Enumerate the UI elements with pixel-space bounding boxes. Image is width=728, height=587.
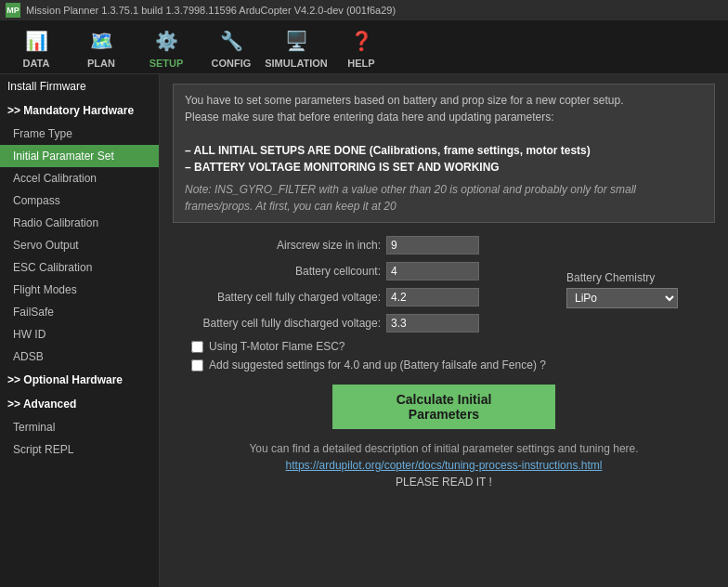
app-icon: MP (6, 3, 20, 18)
simulation-icon: 🖥️ (281, 26, 311, 56)
toolbar-btn-help[interactable]: ❓HELP (329, 22, 394, 72)
battery-full-input[interactable] (386, 288, 479, 307)
sidebar-item-mandatory-hardware[interactable]: >> Mandatory Hardware (0, 98, 159, 123)
setup-icon: ⚙️ (151, 26, 181, 56)
battery-full-row: Battery cell fully charged voltage: (173, 288, 548, 307)
sidebar-item-terminal[interactable]: Terminal (0, 416, 159, 438)
footer-link-container: https://ardupilot.org/copter/docs/tuning… (173, 459, 715, 472)
sidebar-item-radio-calibration[interactable]: Radio Calibration (0, 212, 159, 234)
info-optional: Note: INS_GYRO_FILTER with a value other… (185, 181, 703, 215)
sidebar-item-esc-calibration[interactable]: ESC Calibration (0, 256, 159, 279)
airscrew-input[interactable] (386, 236, 479, 254)
footer-text: You can find a detailed description of i… (173, 442, 715, 455)
battery-discharged-row: Battery cell fully discharged voltage: (173, 314, 548, 333)
sidebar-item-compass[interactable]: Compass (0, 189, 159, 212)
checkbox1-label: Using T-Motor Flame ESC? (209, 340, 345, 353)
checkbox1-row: Using T-Motor Flame ESC? (191, 340, 715, 353)
sidebar-item-flight-modes[interactable]: Flight Modes (0, 279, 159, 301)
airscrew-label: Airscrew size in inch: (182, 239, 386, 252)
sidebar-item-accel-calibration[interactable]: Accel Calibration (0, 167, 159, 189)
calc-btn-container: Calculate Initial Parameters (173, 385, 715, 429)
title-bar: MP Mission Planner 1.3.75.1 build 1.3.79… (0, 0, 728, 20)
content-area: You have to set some parameters based on… (160, 74, 728, 587)
help-label: HELP (347, 58, 374, 69)
sidebar-item-failsafe[interactable]: FailSafe (0, 301, 159, 323)
checkboxes-section: Using T-Motor Flame ESC? Add suggested s… (173, 340, 715, 372)
sidebar-item-servo-output[interactable]: Servo Output (0, 234, 159, 256)
toolbar-btn-simulation[interactable]: 🖥️SIMULATION (264, 22, 329, 72)
battery-discharged-label: Battery cell fully discharged voltage: (182, 317, 386, 330)
battery-chemistry-label: Battery Chemistry (566, 271, 715, 284)
info-bullet2: – BATTERY VOLTAGE MONITORING IS SET AND … (185, 159, 703, 176)
simulation-label: SIMULATION (265, 58, 328, 69)
chemistry-column: Battery Chemistry LiPo LiHV LiFe NiMH (566, 236, 715, 340)
checkbox2-row: Add suggested settings for 4.0 and up (B… (191, 359, 715, 372)
sidebar-item-frame-type[interactable]: Frame Type (0, 123, 159, 145)
toolbar-btn-plan[interactable]: 🗺️PLAN (69, 22, 134, 72)
main-layout: Install Firmware>> Mandatory HardwareFra… (0, 74, 728, 587)
data-icon: 📊 (21, 26, 51, 56)
checkbox2-label: Add suggested settings for 4.0 and up (B… (209, 359, 546, 372)
footer-link[interactable]: https://ardupilot.org/copter/docs/tuning… (286, 459, 603, 472)
info-line2: Please make sure that before entering da… (185, 109, 703, 125)
plan-label: PLAN (87, 58, 115, 69)
sidebar-item-script-repl[interactable]: Script REPL (0, 438, 159, 461)
help-icon: ❓ (346, 26, 376, 56)
toolbar-btn-data[interactable]: 📊DATA (4, 22, 69, 72)
sidebar-item-install-firmware[interactable]: Install Firmware (0, 74, 159, 98)
data-label: DATA (23, 58, 50, 69)
sidebar-item-advanced[interactable]: >> Advanced (0, 392, 159, 416)
battery-discharged-input[interactable] (386, 314, 479, 333)
sidebar: Install Firmware>> Mandatory HardwareFra… (0, 74, 160, 587)
config-icon: 🔧 (216, 26, 246, 56)
config-label: CONFIG (212, 58, 252, 69)
sidebar-item-hw-id[interactable]: HW ID (0, 323, 159, 346)
sidebar-item-optional-hardware[interactable]: >> Optional Hardware (0, 368, 159, 392)
info-box: You have to set some parameters based on… (173, 84, 715, 223)
parameters-section: Airscrew size in inch: Battery cellcount… (173, 236, 715, 340)
window-title: Mission Planner 1.3.75.1 build 1.3.7998.… (26, 5, 396, 16)
battery-cellcount-input[interactable] (386, 262, 479, 280)
footer-read: PLEASE READ IT ! (173, 476, 715, 489)
info-line1: You have to set some parameters based on… (185, 92, 703, 109)
battery-cellcount-row: Battery cellcount: (173, 262, 548, 280)
sidebar-item-adsb[interactable]: ADSB (0, 346, 159, 368)
battery-full-label: Battery cell fully charged voltage: (182, 291, 386, 304)
sidebar-item-initial-param-set[interactable]: Initial Paramater Set (0, 145, 159, 167)
fields-column: Airscrew size in inch: Battery cellcount… (173, 236, 548, 340)
battery-chemistry-select[interactable]: LiPo LiHV LiFe NiMH (566, 288, 678, 308)
calculate-button[interactable]: Calculate Initial Parameters (332, 385, 555, 429)
airscrew-row: Airscrew size in inch: (173, 236, 548, 254)
toolbar: 📊DATA🗺️PLAN⚙️SETUP🔧CONFIG🖥️SIMULATION❓HE… (0, 20, 728, 74)
battery-cellcount-label: Battery cellcount: (182, 265, 386, 278)
suggested-settings-checkbox[interactable] (191, 359, 203, 372)
plan-icon: 🗺️ (86, 26, 116, 56)
setup-label: SETUP (150, 58, 184, 69)
tmotor-checkbox[interactable] (191, 341, 203, 353)
toolbar-btn-setup[interactable]: ⚙️SETUP (134, 22, 199, 72)
info-bullet1: – ALL INITIAL SETUPS ARE DONE (Calibrati… (185, 142, 703, 159)
toolbar-btn-config[interactable]: 🔧CONFIG (199, 22, 264, 72)
